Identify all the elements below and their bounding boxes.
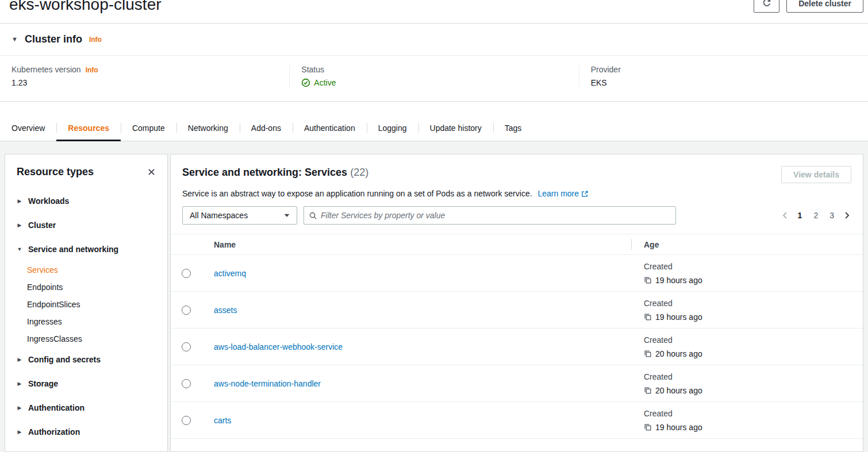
cluster-info-info-link[interactable]: Info [89, 36, 102, 44]
kubernetes-version-field: Kubernetes version Info 1.23 [0, 65, 289, 87]
services-panel-header: Service and networking: Services (22) Vi… [171, 166, 863, 183]
learn-more-link[interactable]: Learn more [537, 189, 589, 198]
tree-item-label: Storage [28, 378, 58, 389]
table-row: aws-node-termination-handlerCreated20 ho… [171, 365, 863, 402]
tree-child-ingressclasses[interactable]: IngressClasses [27, 330, 156, 347]
refresh-button[interactable] [754, 0, 779, 13]
services-panel-title: Service and networking: Services (22) [182, 166, 368, 179]
service-name-link[interactable]: assets [214, 306, 237, 315]
tree-child-endpoints[interactable]: Endpoints [27, 279, 156, 296]
copy-icon[interactable] [644, 276, 652, 284]
services-table: Name Age activemqCreated19 hours agoasse… [171, 234, 863, 452]
created-label: Created [644, 408, 863, 419]
table-header: Name Age [171, 234, 863, 255]
tree-item-label: Authentication [28, 402, 85, 414]
tab-authentication[interactable]: Authentication [293, 115, 367, 141]
copy-icon[interactable] [644, 423, 652, 431]
resource-tree: ▶Workloads▶Cluster▼Service and networkin… [17, 189, 156, 444]
row-radio[interactable] [182, 416, 191, 425]
view-details-button[interactable]: View details [781, 166, 851, 183]
service-name-link[interactable]: aws-load-balancer-webhook-service [214, 342, 343, 351]
table-row: cartsCreated19 hours ago [171, 402, 863, 439]
field-label: Status [301, 65, 324, 74]
age-value: 19 hours ago [655, 275, 702, 286]
tree-item-authentication[interactable]: ▶Authentication [17, 396, 156, 420]
header-actions: Delete cluster [754, 0, 863, 13]
filter-row: All Namespaces 123 [171, 206, 863, 225]
tab-tags[interactable]: Tags [493, 115, 533, 141]
search-input[interactable] [321, 211, 671, 220]
tree-child-endpointslices[interactable]: EndpointSlices [27, 296, 156, 313]
service-name-link[interactable]: activemq [214, 269, 246, 278]
cluster-info-body: Kubernetes version Info 1.23 Status Acti… [0, 56, 868, 101]
caret-right-icon: ▶ [17, 426, 22, 438]
delete-cluster-button[interactable]: Delete cluster [786, 0, 863, 13]
status-value-wrap: Active [301, 78, 567, 87]
tab-compute[interactable]: Compute [121, 115, 176, 141]
tab-logging[interactable]: Logging [367, 115, 418, 141]
services-panel: Service and networking: Services (22) Vi… [170, 154, 863, 452]
namespace-select-value: All Namespaces [190, 211, 248, 220]
collapse-caret-icon[interactable]: ▼ [11, 36, 18, 43]
service-name-link[interactable]: aws-node-termination-handler [214, 379, 321, 388]
kubernetes-version-info-link[interactable]: Info [86, 66, 98, 74]
copy-icon[interactable] [644, 350, 652, 358]
services-table-body: activemqCreated19 hours agoassetsCreated… [171, 255, 863, 452]
check-circle-icon [301, 78, 310, 87]
pagination-next-button[interactable] [842, 211, 851, 220]
created-label: Created [644, 450, 863, 452]
tree-item-label: Authorization [28, 426, 80, 438]
row-radio[interactable] [182, 379, 191, 388]
pagination-page-2[interactable]: 2 [812, 211, 819, 220]
created-label: Created [644, 334, 863, 346]
pagination-page-1[interactable]: 1 [797, 211, 804, 220]
provider-value: EKS [591, 78, 857, 87]
tab-networking[interactable]: Networking [176, 115, 240, 141]
tree-item-workloads[interactable]: ▶Workloads [17, 189, 156, 213]
close-icon[interactable] [147, 168, 156, 176]
field-label: Provider [591, 65, 621, 74]
tab-update-history[interactable]: Update history [418, 115, 493, 141]
pagination-prev-button[interactable] [781, 211, 790, 220]
status-field: Status Active [289, 65, 578, 87]
search-box [304, 206, 676, 225]
tree-item-authorization[interactable]: ▶Authorization [17, 420, 156, 444]
tab-add-ons[interactable]: Add-ons [240, 115, 293, 141]
tree-item-label: Config and secrets [28, 354, 101, 365]
pagination-page-3[interactable]: 3 [828, 211, 835, 220]
row-radio[interactable] [182, 269, 191, 278]
namespace-select[interactable]: All Namespaces [182, 206, 297, 225]
tree-item-cluster[interactable]: ▶Cluster [17, 213, 156, 237]
tree-item-service-and-networking[interactable]: ▼Service and networking [17, 237, 156, 261]
field-label: Kubernetes version [11, 65, 81, 74]
pagination-pages: 123 [797, 211, 835, 220]
tree-item-storage[interactable]: ▶Storage [17, 372, 156, 396]
created-label: Created [644, 261, 863, 272]
table-row: aws-load-balancer-webhook-serviceCreated… [171, 329, 863, 365]
tree-child-ingresses[interactable]: Ingresses [27, 313, 156, 330]
eks-console-page: eks-workshop-cluster Delete cluster ▼ Cl… [0, 0, 868, 452]
row-radio[interactable] [182, 342, 191, 351]
row-radio[interactable] [182, 306, 191, 315]
search-icon [309, 211, 317, 220]
services-count: (22) [350, 167, 368, 178]
status-value: Active [314, 78, 336, 87]
column-header-name: Name [202, 240, 631, 249]
copy-icon[interactable] [644, 387, 652, 395]
age-value: 20 hours ago [655, 348, 702, 360]
tree-item-config-and-secrets[interactable]: ▶Config and secrets [17, 347, 156, 372]
age-value: 19 hours ago [655, 311, 702, 323]
cluster-info-title: Cluster info [25, 33, 82, 45]
caret-down-icon [283, 211, 291, 219]
copy-icon[interactable] [644, 313, 652, 321]
caret-right-icon: ▶ [17, 402, 22, 414]
resource-types-header: Resource types [17, 166, 156, 178]
service-name-link[interactable]: carts [214, 416, 231, 425]
age-cell: Created19 hours ago [631, 408, 863, 433]
tab-overview[interactable]: Overview [0, 115, 56, 141]
services-title-text: Service and networking: Services [182, 167, 347, 178]
provider-field: Provider EKS [579, 65, 868, 87]
tree-child-services[interactable]: Services [27, 261, 156, 279]
tab-resources[interactable]: Resources [56, 115, 121, 141]
tree-item-label: Workloads [28, 195, 69, 207]
